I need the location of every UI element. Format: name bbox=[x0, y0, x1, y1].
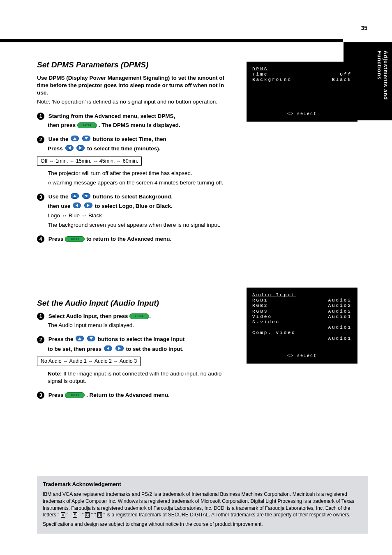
dpms-step3a: Use the bbox=[48, 193, 70, 200]
boxed-s-icon: S bbox=[73, 512, 77, 518]
enter-icon bbox=[65, 392, 85, 398]
up-icon bbox=[71, 193, 79, 199]
dpms-step3-row: 3 Use the buttons to select Background, bbox=[37, 193, 230, 201]
top-black-band bbox=[0, 39, 343, 42]
down-icon bbox=[82, 136, 90, 141]
dpms-step3b: buttons to select Background, bbox=[93, 193, 173, 200]
osd-dpms-title-text: DPMS bbox=[252, 67, 268, 72]
dpms-time-cycle-wrap: Off ↔ 1min. ↔ 15min. ↔ 45min. ↔ 60min. bbox=[37, 155, 230, 166]
leftright-buttons bbox=[65, 145, 86, 153]
boxed-c-icon: C bbox=[85, 512, 90, 518]
step-3-badge: 3 bbox=[37, 391, 44, 399]
right-icon bbox=[115, 345, 124, 351]
audio-note: Note: If the image input is not connecte… bbox=[48, 370, 230, 385]
osd-row-value: Audio1 bbox=[328, 325, 352, 330]
audio-note-body: If the image input is not connected with… bbox=[48, 371, 221, 384]
dpms-step4-after: to return to the Advanced menu. bbox=[86, 236, 171, 242]
step-4-badge: 4 bbox=[37, 235, 44, 243]
audio-step3a: Press bbox=[48, 392, 65, 398]
boxed-v-icon: V bbox=[61, 512, 65, 518]
osd-audio-wrap: Audio Input RGB1Audio2 RGB2Audio2 RGB3Au… bbox=[247, 288, 366, 364]
audio-heading: Set the Audio Input (Audio Input) bbox=[37, 298, 230, 309]
osd-audio-row: Comp. video bbox=[252, 330, 352, 336]
dpms-step4: Press bbox=[48, 236, 65, 242]
side-tab-label: Adjustments and Functions bbox=[376, 51, 389, 120]
dpms-note: Note: 'No operation' is defined as no si… bbox=[37, 98, 230, 106]
osd-audio-row: Audio1 bbox=[252, 325, 352, 330]
tm-mid: " " bbox=[67, 512, 71, 518]
dpms-step1-after: . The DPMS menu is displayed. bbox=[99, 122, 180, 128]
down-icon bbox=[82, 193, 90, 199]
osd-dpms-title: DPMS bbox=[252, 67, 352, 72]
enter-icon bbox=[129, 313, 149, 319]
audio-step1b: The Audio Input menu is displayed. bbox=[48, 322, 230, 329]
osd-audio-footer: <> select bbox=[252, 354, 352, 359]
dpms-step2a: Use the bbox=[48, 136, 70, 142]
up-icon bbox=[76, 336, 84, 341]
osd-row-value: Audio1 bbox=[328, 336, 352, 341]
audio-step2c: to be set, then press bbox=[48, 346, 103, 352]
up-icon bbox=[71, 136, 79, 141]
osd-row-value: Audio2 bbox=[328, 298, 352, 303]
tm-line1-post: " is a registered trademark of SECURE DI… bbox=[104, 512, 350, 518]
dpms-step1-then: then press . The DPMS menu is displayed. bbox=[48, 122, 230, 129]
osd-row-label: RGB3 bbox=[252, 309, 268, 314]
step-2-badge: 2 bbox=[37, 336, 44, 343]
dpms-bg-cycle: Logo ↔ Blue ↔ Black bbox=[48, 212, 230, 219]
osd-dpms-footer: <> select bbox=[252, 112, 352, 117]
dpms-step1-text: Starting from the Advanced menu, select … bbox=[48, 113, 175, 119]
trademark-body: IBM and VGA are registered trademarks an… bbox=[43, 491, 362, 518]
section-audio: Set the Audio Input (Audio Input) 1 Sele… bbox=[37, 298, 230, 401]
osd-audio-title-text: Audio Input bbox=[252, 292, 296, 298]
left-icon bbox=[65, 145, 74, 151]
dpms-time-foot-b: A warning message appears on the screen … bbox=[48, 179, 230, 187]
osd-row-label: Background bbox=[252, 77, 292, 83]
step-1-badge: 1 bbox=[37, 113, 44, 120]
enter-icon bbox=[77, 122, 97, 128]
updown-buttons bbox=[70, 136, 91, 143]
audio-step1a: Select Audio Input, then press bbox=[48, 313, 130, 319]
dpms-step1-row: 1 Starting from the Advanced menu, selec… bbox=[37, 113, 230, 120]
osd-audio-row: RGB2Audio2 bbox=[252, 303, 352, 309]
osd-row-value: Audio2 bbox=[328, 303, 352, 309]
left-icon bbox=[104, 345, 112, 351]
dpms-time-foot-a: The projector will turn off after the pr… bbox=[48, 170, 230, 177]
osd-row-label: RGB2 bbox=[252, 303, 268, 309]
osd-row-value: Audio1 bbox=[328, 314, 352, 320]
audio-step1-row: 1 Select Audio Input, then press . bbox=[37, 313, 230, 320]
step-2-badge: 2 bbox=[37, 136, 44, 143]
osd-audio-row: RGB1Audio2 bbox=[252, 298, 352, 303]
osd-row-label: Comp. video bbox=[252, 330, 296, 336]
leftright-buttons-3 bbox=[103, 345, 125, 353]
enter-icon bbox=[65, 236, 85, 242]
step-3-badge: 3 bbox=[37, 193, 44, 201]
audio-step2a: Press the bbox=[48, 336, 75, 342]
trademark-block: Trademark Acknowledgement IBM and VGA ar… bbox=[37, 476, 368, 534]
osd-dpms-row-bg: BackgroundBlack bbox=[252, 77, 352, 83]
dpms-time-cycle: Off ↔ 1min. ↔ 15min. ↔ 45min. ↔ 60min. bbox=[37, 157, 142, 166]
osd-row-label: Time bbox=[252, 72, 268, 77]
dpms-intro: Use DPMS (Display Power Management Signa… bbox=[37, 74, 230, 97]
audio-note-title: Note: bbox=[48, 371, 62, 377]
updown-buttons-3 bbox=[75, 336, 96, 343]
dpms-step3d: to select Logo, Blue or Black. bbox=[95, 203, 173, 209]
osd-row-value: Black bbox=[332, 77, 352, 83]
dpms-bg-foot: The background screen you set appears wh… bbox=[48, 221, 230, 229]
dpms-step2b: buttons to select Time, then bbox=[93, 136, 166, 142]
osd-audio-row: Audio1 bbox=[252, 336, 352, 341]
dpms-step2c: Press bbox=[48, 146, 65, 152]
trademark-title: Trademark Acknowledgement bbox=[43, 481, 362, 488]
tm-mid: " " bbox=[91, 512, 96, 518]
dpms-step3c: then use bbox=[48, 203, 72, 209]
osd-row-label: Video bbox=[252, 314, 272, 320]
left-icon bbox=[73, 203, 81, 208]
osd-audio-row: VideoAudio1 bbox=[252, 314, 352, 320]
right-icon bbox=[84, 203, 92, 208]
dpms-step3c-row: then use to select Logo, Blue or Black. bbox=[48, 203, 230, 210]
updown-buttons-2 bbox=[70, 193, 91, 201]
dpms-step4-row: 4 Press to return to the Advanced menu. bbox=[37, 235, 230, 243]
audio-step2d: to set the audio input. bbox=[126, 346, 184, 352]
document-page: 35 Adjustments and Functions Set DPMS Pa… bbox=[0, 0, 392, 555]
audio-step2c-row: to be set, then press to set the audio i… bbox=[48, 345, 230, 353]
osd-audio-row: S-video bbox=[252, 320, 352, 325]
